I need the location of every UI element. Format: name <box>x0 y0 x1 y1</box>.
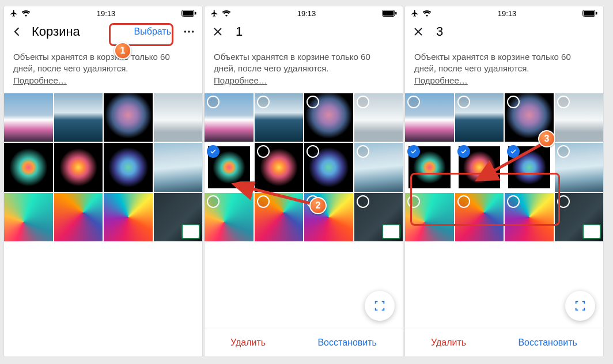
select-button[interactable]: Выбрать <box>131 24 175 39</box>
status-left <box>10 9 31 17</box>
grid-item[interactable] <box>555 93 604 142</box>
fullscreen-fab[interactable] <box>365 291 395 321</box>
grid-item[interactable] <box>104 193 153 242</box>
grid-item[interactable] <box>354 93 403 142</box>
fullscreen-fab[interactable] <box>565 291 595 321</box>
grid-item[interactable] <box>54 143 103 192</box>
back-button[interactable] <box>7 22 27 41</box>
info-body: Объекты хранятся в корзине только 60 дне… <box>414 52 571 73</box>
grid-item[interactable] <box>54 93 103 142</box>
tutorial-triptych: 19:13 Корзина Выбрать Объекты хранятся в… <box>3 6 610 357</box>
status-bar: 19:13 <box>4 6 202 20</box>
info-text: Объекты хранятся в корзине только 60 дне… <box>405 43 603 93</box>
grid-item[interactable] <box>54 193 103 242</box>
svg-rect-11 <box>596 12 597 15</box>
bottom-bar: Удалить Восстановить <box>205 328 403 357</box>
grid-item[interactable] <box>4 193 53 242</box>
page-title: Корзина <box>32 24 80 39</box>
learn-more-link[interactable]: Подробнее… <box>414 75 468 85</box>
airplane-icon <box>10 9 18 17</box>
selection-count: 3 <box>436 24 443 39</box>
info-text: Объекты хранятся в корзине только 60 дне… <box>4 43 202 93</box>
airplane-icon <box>411 9 419 17</box>
svg-rect-10 <box>584 11 594 16</box>
step-badge-2: 2 <box>309 197 327 214</box>
delete-button[interactable]: Удалить <box>230 338 266 348</box>
status-right <box>181 10 196 17</box>
trash-grid <box>205 93 403 242</box>
checked-icon <box>457 145 470 158</box>
wifi-icon <box>422 10 432 17</box>
grid-item[interactable] <box>154 143 203 192</box>
svg-point-4 <box>188 31 190 33</box>
info-body: Объекты хранятся в корзине только 60 дне… <box>13 52 170 73</box>
header: Корзина Выбрать <box>4 20 202 43</box>
status-time: 19:13 <box>97 9 116 18</box>
status-bar: 19:13 <box>405 6 603 20</box>
svg-rect-8 <box>395 12 396 15</box>
bottom-bar: Удалить Восстановить <box>405 328 603 357</box>
status-bar: 19:13 <box>205 6 403 20</box>
grid-item[interactable] <box>154 193 203 242</box>
status-time: 19:13 <box>297 9 316 18</box>
grid-item[interactable] <box>354 143 403 192</box>
unchecked-icon <box>207 96 220 108</box>
svg-point-3 <box>184 31 187 33</box>
grid-item[interactable] <box>4 93 53 142</box>
grid-item[interactable] <box>405 193 454 242</box>
arrow-3 <box>473 139 548 184</box>
grid-item[interactable] <box>354 193 403 242</box>
delete-button[interactable]: Удалить <box>431 338 466 348</box>
grid-item[interactable] <box>555 143 604 192</box>
info-text: Объекты хранятся в корзине только 60 дне… <box>205 43 403 93</box>
learn-more-link[interactable]: Подробнее… <box>13 75 67 85</box>
grid-item[interactable] <box>405 93 454 142</box>
grid-item[interactable] <box>205 93 253 142</box>
grid-item[interactable] <box>104 143 153 192</box>
grid-item[interactable] <box>154 93 203 142</box>
svg-rect-7 <box>383 11 393 16</box>
more-button[interactable] <box>179 22 199 41</box>
battery-icon <box>582 10 597 17</box>
arrow-2 <box>231 181 317 210</box>
info-body: Объекты хранятся в корзине только 60 дне… <box>214 52 370 73</box>
selection-count: 1 <box>236 24 243 39</box>
airplane-icon <box>210 9 218 17</box>
svg-line-12 <box>237 185 315 204</box>
grid-item[interactable] <box>505 193 554 242</box>
learn-more-link[interactable]: Подробнее… <box>214 75 267 85</box>
svg-rect-1 <box>183 11 193 16</box>
trash-grid <box>4 93 202 242</box>
restore-button[interactable]: Восстановить <box>317 338 376 348</box>
svg-line-13 <box>480 144 542 179</box>
svg-point-5 <box>192 31 194 33</box>
restore-button[interactable]: Восстановить <box>518 338 577 348</box>
grid-item[interactable] <box>104 93 153 142</box>
grid-item[interactable] <box>304 93 353 142</box>
grid-item[interactable] <box>455 193 504 242</box>
close-selection-button[interactable] <box>208 22 228 41</box>
step-badge-1: 1 <box>114 42 131 59</box>
grid-item[interactable] <box>255 93 304 142</box>
wifi-icon <box>222 10 231 17</box>
wifi-icon <box>21 10 31 17</box>
grid-item[interactable] <box>555 193 604 242</box>
header-selection: 1 <box>205 20 403 43</box>
step-badge-3: 3 <box>538 130 555 147</box>
grid-item-selected[interactable] <box>405 143 454 192</box>
svg-rect-2 <box>195 12 196 15</box>
battery-icon <box>382 10 397 17</box>
grid-item[interactable] <box>455 93 504 142</box>
screen-1: 19:13 Корзина Выбрать Объекты хранятся в… <box>3 6 203 357</box>
header-selection: 3 <box>405 20 603 43</box>
grid-item[interactable] <box>4 143 53 192</box>
close-selection-button[interactable] <box>408 22 428 41</box>
battery-icon <box>181 10 196 17</box>
status-time: 19:13 <box>498 9 517 18</box>
